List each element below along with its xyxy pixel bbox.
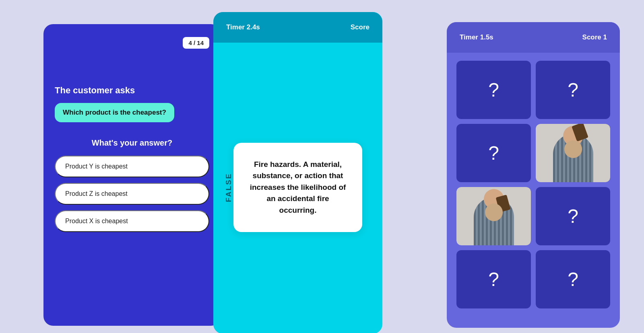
memory-cell-6[interactable]: ? — [456, 250, 531, 308]
tf-card: Timer 2.4s Score FALSE Fire hazards. A m… — [213, 12, 382, 333]
quiz-card: 4 / 14 The customer asks Which product i… — [43, 24, 221, 326]
memory-cell-0[interactable]: ? — [456, 61, 531, 119]
question-mark-7: ? — [568, 268, 578, 290]
tf-body: FALSE Fire hazards. A material, substanc… — [213, 43, 382, 332]
memory-cell-3[interactable] — [536, 124, 610, 182]
question-mark-0: ? — [488, 79, 499, 101]
question-bubble: Which product is the cheapest? — [55, 103, 174, 122]
memory-cell-1[interactable]: ? — [536, 61, 610, 119]
barista-image-1 — [536, 124, 610, 182]
question-mark-6: ? — [488, 268, 499, 290]
answer-option-2[interactable]: Product Z is cheapest — [55, 183, 209, 205]
tf-header: Timer 2.4s Score — [213, 12, 382, 43]
memory-header: Timer 1.5s Score 1 — [447, 22, 620, 53]
answer-option-3[interactable]: Product X is cheapest — [55, 210, 209, 232]
memory-card: Timer 1.5s Score 1 ? ? ? — [447, 22, 620, 328]
question-label: The customer asks — [55, 85, 209, 96]
memory-cell-7[interactable]: ? — [536, 250, 610, 308]
answer-label: What's your answer? — [55, 138, 209, 148]
definition-card: Fire hazards. A material, substance, or … — [233, 143, 362, 232]
tf-score: Score — [351, 23, 369, 31]
scene: 4 / 14 The customer asks Which product i… — [0, 0, 644, 333]
false-label: FALSE — [225, 173, 233, 202]
memory-cell-5[interactable]: ? — [536, 187, 610, 245]
memory-grid: ? ? ? — [447, 53, 620, 317]
question-mark-1: ? — [568, 79, 578, 101]
question-mark-5: ? — [568, 205, 578, 227]
memory-timer: Timer 1.5s — [460, 33, 493, 41]
definition-text: Fire hazards. A material, substance, or … — [248, 159, 348, 216]
answer-option-1[interactable]: Product Y is cheapest — [55, 156, 209, 177]
memory-score: Score 1 — [582, 33, 607, 41]
question-mark-2: ? — [488, 142, 499, 164]
memory-cell-2[interactable]: ? — [456, 124, 531, 182]
tf-timer: Timer 2.4s — [226, 23, 260, 31]
progress-badge: 4 / 14 — [183, 37, 209, 49]
memory-cell-4[interactable] — [456, 187, 531, 245]
barista-image-2 — [456, 187, 531, 245]
